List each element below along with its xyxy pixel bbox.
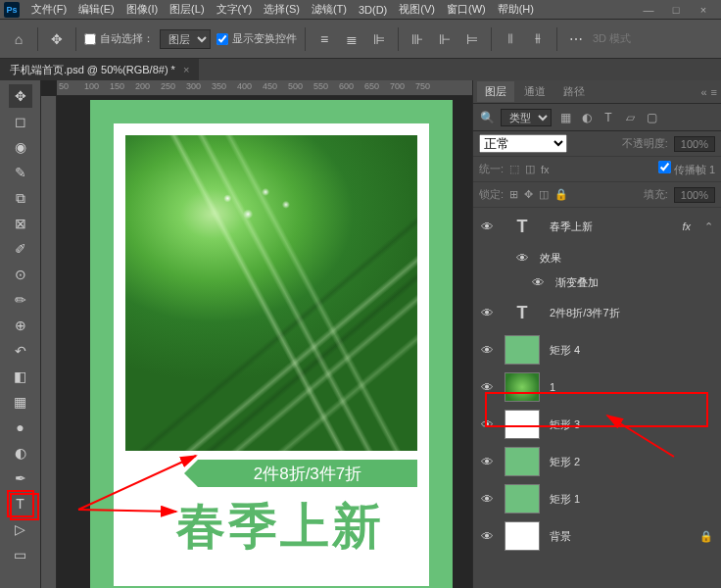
search-icon[interactable]: 🔍: [479, 111, 495, 124]
healing-tool[interactable]: ⊙: [9, 263, 32, 286]
visibility-icon[interactable]: 👁: [481, 306, 495, 320]
layer-row[interactable]: 👁背景🔒: [473, 517, 721, 555]
align-icon[interactable]: ⊪: [407, 28, 428, 50]
layer-effects[interactable]: 👁效果: [473, 245, 721, 270]
visibility-icon[interactable]: 👁: [481, 492, 495, 507]
tab-layers[interactable]: 图层: [477, 81, 514, 102]
visibility-icon[interactable]: 👁: [481, 343, 495, 358]
minimize-button[interactable]: —: [635, 4, 662, 16]
document-tab[interactable]: 手机端首页.psd @ 50%(RGB/8#) *×: [0, 59, 199, 80]
layer-row[interactable]: 👁矩形 2: [473, 443, 721, 480]
headline-text: 春季上新: [176, 494, 384, 560]
filter-shape-icon[interactable]: ▱: [622, 111, 638, 124]
tab-paths[interactable]: 路径: [555, 81, 593, 102]
unify-fx-icon[interactable]: fx: [541, 164, 550, 175]
menu-help[interactable]: 帮助(H): [492, 2, 540, 17]
layer-row[interactable]: 👁1: [473, 368, 721, 406]
marquee-tool[interactable]: ◻: [9, 110, 32, 133]
close-tab-icon[interactable]: ×: [183, 64, 189, 75]
menu-filter[interactable]: 滤镜(T): [306, 2, 353, 17]
align-icon[interactable]: ⊨: [461, 28, 483, 50]
layer-row[interactable]: 👁T春季上新fx⌃: [473, 208, 721, 245]
menu-select[interactable]: 选择(S): [258, 2, 306, 17]
fill-value[interactable]: 100%: [674, 187, 715, 203]
lock-pixels-icon[interactable]: ⊞: [509, 188, 518, 201]
filter-kind-dropdown[interactable]: 类型: [501, 109, 552, 126]
align-icon[interactable]: ≣: [341, 28, 362, 50]
dodge-tool[interactable]: ◐: [9, 441, 32, 465]
unify-icon[interactable]: ⬚: [509, 163, 519, 175]
history-brush-tool[interactable]: ↶: [9, 339, 32, 363]
menu-window[interactable]: 窗口(W): [441, 2, 492, 17]
shape-thumb: [505, 484, 540, 514]
align-icon[interactable]: ⊫: [368, 28, 390, 50]
menu-layer[interactable]: 图层(L): [164, 2, 210, 17]
brush-tool[interactable]: ✏: [9, 288, 32, 312]
layer-effect-item[interactable]: 👁渐变叠加: [473, 270, 721, 294]
close-button[interactable]: ×: [690, 4, 717, 16]
opacity-value[interactable]: 100%: [674, 136, 715, 152]
panel-arrows-icon[interactable]: «: [700, 86, 706, 98]
distribute-icon[interactable]: ⫴: [500, 28, 521, 50]
menu-edit[interactable]: 编辑(E): [72, 2, 120, 17]
menu-image[interactable]: 图像(I): [120, 2, 164, 17]
lock-icon: 🔒: [699, 530, 713, 543]
menu-file[interactable]: 文件(F): [25, 2, 72, 17]
auto-select-checkbox[interactable]: 自动选择：: [84, 31, 154, 46]
pen-tool[interactable]: ✒: [9, 466, 32, 490]
filter-type-icon[interactable]: T: [601, 111, 616, 124]
menu-type[interactable]: 文字(Y): [211, 2, 259, 17]
visibility-icon[interactable]: 👁: [516, 251, 530, 266]
distribute-icon[interactable]: ⫵: [527, 28, 549, 50]
eraser-tool[interactable]: ◧: [9, 365, 32, 388]
rectangle-tool[interactable]: ▭: [9, 543, 32, 566]
panel-menu-icon[interactable]: ≡: [711, 86, 717, 98]
visibility-icon[interactable]: 👁: [481, 380, 495, 395]
blend-mode-dropdown[interactable]: 正常: [479, 134, 567, 153]
more-icon[interactable]: ⋯: [565, 28, 587, 50]
gradient-tool[interactable]: ▦: [9, 390, 32, 414]
menu-3d[interactable]: 3D(D): [353, 4, 393, 16]
maximize-button[interactable]: □: [662, 4, 690, 16]
crop-tool[interactable]: ⧉: [9, 186, 32, 210]
auto-select-dropdown[interactable]: 图层: [160, 29, 211, 49]
layer-row[interactable]: 👁T2件8折/3件7折: [473, 294, 721, 331]
filter-pixel-icon[interactable]: ▦: [557, 111, 573, 124]
home-icon[interactable]: ⌂: [8, 28, 29, 50]
path-select-tool[interactable]: ▷: [9, 517, 32, 541]
lock-position-icon[interactable]: ✥: [524, 188, 533, 201]
toolbox: ✥ ◻ ◉ ✎ ⧉ ⊠ ✐ ⊙ ✏ ⊕ ↶ ◧ ▦ ● ◐ ✒ T ▷ ▭: [0, 80, 41, 588]
lasso-tool[interactable]: ◉: [9, 135, 32, 159]
chevron-icon[interactable]: ⌃: [704, 220, 713, 233]
tab-channels[interactable]: 通道: [516, 81, 553, 102]
lock-all-icon[interactable]: 🔒: [554, 188, 568, 201]
move-tool[interactable]: ✥: [9, 84, 32, 108]
lock-artboard-icon[interactable]: ◫: [539, 188, 549, 201]
stamp-tool[interactable]: ⊕: [9, 314, 32, 337]
frame-tool[interactable]: ⊠: [9, 212, 32, 235]
show-transform-checkbox[interactable]: 显示变换控件: [216, 31, 297, 46]
type-tool[interactable]: T: [9, 492, 32, 515]
eyedropper-tool[interactable]: ✐: [9, 237, 32, 261]
image-thumb: [505, 372, 540, 402]
align-icon[interactable]: ≡: [313, 28, 335, 50]
propagate-checkbox[interactable]: [658, 161, 671, 173]
visibility-icon[interactable]: 👁: [532, 275, 546, 290]
layer-row[interactable]: 👁矩形 1: [473, 480, 721, 517]
move-tool-icon[interactable]: ✥: [46, 28, 68, 50]
quick-select-tool[interactable]: ✎: [9, 161, 32, 184]
visibility-icon[interactable]: 👁: [481, 220, 495, 234]
filter-adjust-icon[interactable]: ◐: [579, 111, 595, 124]
blur-tool[interactable]: ●: [9, 416, 32, 439]
align-icon[interactable]: ⊩: [434, 28, 456, 50]
layer-row[interactable]: 👁矩形 4: [473, 331, 721, 368]
canvas[interactable]: 2件8折/3件7折 春季上新: [90, 100, 453, 588]
unify-icon[interactable]: ◫: [525, 163, 535, 175]
visibility-icon[interactable]: 👁: [481, 529, 495, 544]
visibility-icon[interactable]: 👁: [481, 417, 495, 432]
visibility-icon[interactable]: 👁: [481, 455, 495, 469]
3d-mode-label: 3D 模式: [593, 31, 631, 46]
layer-row[interactable]: 👁矩形 3: [473, 406, 721, 443]
filter-smart-icon[interactable]: ▢: [644, 111, 659, 124]
menu-view[interactable]: 视图(V): [393, 2, 441, 17]
